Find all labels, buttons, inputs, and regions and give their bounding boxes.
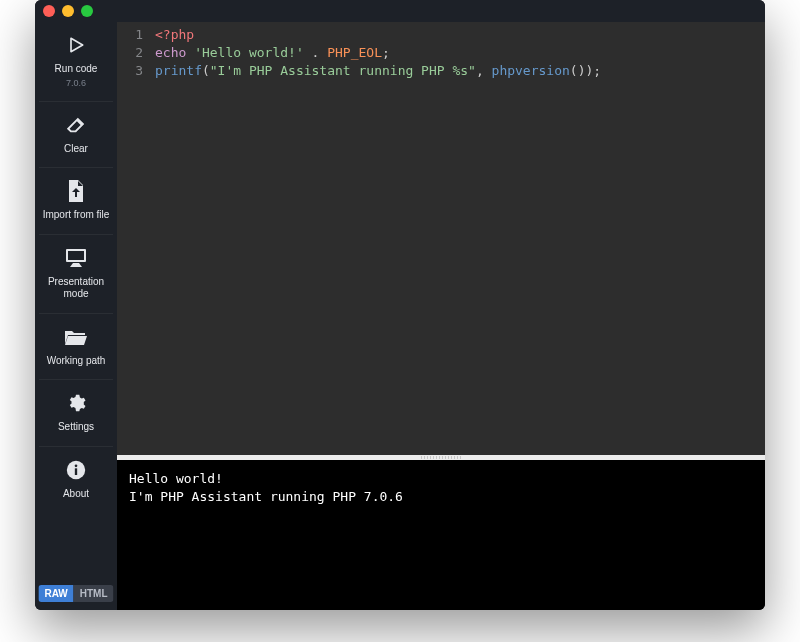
import-button[interactable]: Import from file xyxy=(35,168,117,234)
close-button[interactable] xyxy=(43,5,55,17)
run-code-label: Run code xyxy=(55,63,98,76)
svg-point-5 xyxy=(75,464,78,467)
eraser-icon xyxy=(65,112,87,138)
presentation-label: Presentation mode xyxy=(37,276,115,301)
working-path-label: Working path xyxy=(47,355,106,368)
line-number: 1 xyxy=(117,26,143,44)
presentation-icon xyxy=(65,245,87,271)
html-toggle[interactable]: HTML xyxy=(74,585,114,602)
about-label: About xyxy=(63,488,89,501)
gear-icon xyxy=(66,390,86,416)
code-content[interactable]: <?phpecho 'Hello world!' . PHP_EOL;print… xyxy=(151,22,765,455)
presentation-button[interactable]: Presentation mode xyxy=(35,235,117,313)
raw-toggle[interactable]: RAW xyxy=(38,585,73,602)
maximize-button[interactable] xyxy=(81,5,93,17)
play-icon xyxy=(66,32,86,58)
minimize-button[interactable] xyxy=(62,5,74,17)
svg-rect-4 xyxy=(75,468,77,475)
about-button[interactable]: About xyxy=(35,447,117,513)
working-path-button[interactable]: Working path xyxy=(35,314,117,380)
folder-icon xyxy=(64,324,88,350)
settings-label: Settings xyxy=(58,421,94,434)
pane-splitter[interactable] xyxy=(117,455,765,460)
file-import-icon xyxy=(67,178,85,204)
sidebar: Run code 7.0.6 Clear Import from file xyxy=(35,22,117,610)
settings-button[interactable]: Settings xyxy=(35,380,117,446)
svg-marker-0 xyxy=(71,38,83,51)
line-number: 3 xyxy=(117,62,143,80)
line-number-gutter: 123 xyxy=(117,22,151,455)
php-version-label: 7.0.6 xyxy=(66,78,86,89)
info-icon xyxy=(66,457,86,483)
titlebar xyxy=(35,0,765,22)
run-code-button[interactable]: Run code 7.0.6 xyxy=(35,22,117,101)
clear-button[interactable]: Clear xyxy=(35,102,117,168)
clear-label: Clear xyxy=(64,143,88,156)
output-mode-toggle: RAW HTML xyxy=(38,585,113,602)
code-editor[interactable]: 123 <?phpecho 'Hello world!' . PHP_EOL;p… xyxy=(117,22,765,455)
line-number: 2 xyxy=(117,44,143,62)
svg-rect-2 xyxy=(68,251,84,260)
app-window: Run code 7.0.6 Clear Import from file xyxy=(35,0,765,610)
output-pane: Hello world! I'm PHP Assistant running P… xyxy=(117,460,765,610)
import-label: Import from file xyxy=(43,209,110,222)
